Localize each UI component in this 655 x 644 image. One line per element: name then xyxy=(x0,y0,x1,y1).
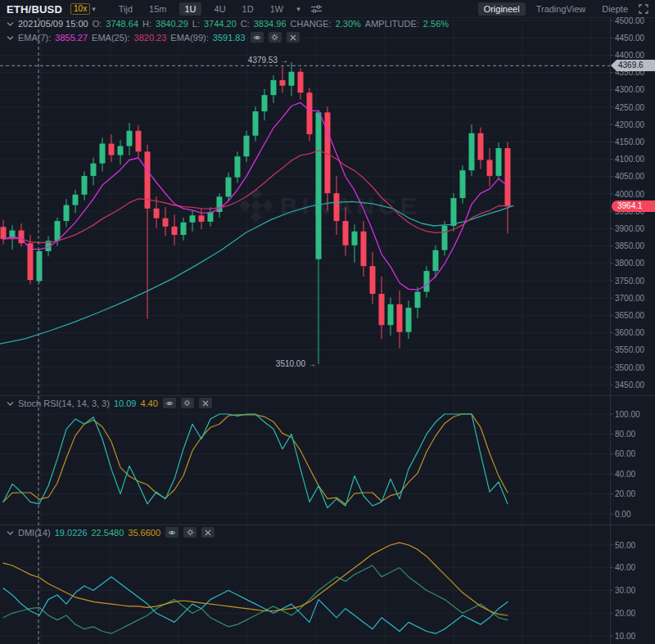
svg-text:20.00: 20.00 xyxy=(615,489,635,498)
dmi-plus-value: 19.0226 xyxy=(55,528,88,538)
crosshair-price-tag: 4369.6 xyxy=(611,60,655,71)
fullscreen-icon[interactable] xyxy=(639,4,648,14)
stoch-visibility-eye-icon[interactable] xyxy=(163,398,176,408)
change-label: CHANGE: xyxy=(291,19,332,29)
svg-text:80.00: 80.00 xyxy=(615,430,635,439)
svg-text:0.00: 0.00 xyxy=(615,510,631,519)
high-value: 3840.29 xyxy=(156,19,188,29)
svg-text:3700.00: 3700.00 xyxy=(615,294,645,303)
svg-text:10.00: 10.00 xyxy=(615,632,635,641)
ema-settings-gear-icon[interactable] xyxy=(269,32,282,43)
svg-text:3600.00: 3600.00 xyxy=(615,328,645,337)
low-price-annotation: 3510.00 → xyxy=(231,359,316,368)
ema25-label: EMA(25): xyxy=(92,33,129,43)
svg-text:4200.00: 4200.00 xyxy=(615,120,645,129)
svg-text:100.00: 100.00 xyxy=(615,410,640,419)
collapse-chevron-icon[interactable] xyxy=(7,33,14,43)
close-value: 3834.96 xyxy=(254,19,287,29)
ohlc-legend: 2021/05/09 15:00 O: 3748.64 H: 3840.29 L… xyxy=(7,19,449,29)
high-price-annotation: 4379.53 → xyxy=(203,56,288,65)
svg-text:20.00: 20.00 xyxy=(615,609,635,618)
svg-text:30.00: 30.00 xyxy=(615,586,635,595)
collapse-chevron-icon[interactable] xyxy=(7,528,14,538)
dmi-label: DMI(14) xyxy=(18,528,51,538)
tab-interval-15m[interactable]: 15m xyxy=(146,2,169,16)
stoch-remove-close-icon[interactable] xyxy=(199,398,212,408)
view-mode-tradingview[interactable]: TradingView xyxy=(531,2,592,16)
tab-interval-4u[interactable]: 4U xyxy=(211,2,229,16)
open-label: O: xyxy=(93,19,102,29)
collapse-chevron-icon[interactable] xyxy=(7,399,14,408)
svg-text:3450.00: 3450.00 xyxy=(615,381,645,390)
svg-text:4000.00: 4000.00 xyxy=(615,190,645,199)
chart-header: ETH/BUSD 10x ▾ Tijd 15m 1U 4U 1D 1W ▾ xyxy=(0,0,655,18)
chart-settings-sliders-icon[interactable] xyxy=(310,4,323,14)
chevron-down-icon: ▾ xyxy=(92,5,96,13)
tab-interval-tijd[interactable]: Tijd xyxy=(115,2,136,16)
ema-visibility-eye-icon[interactable] xyxy=(251,32,264,43)
view-mode-diepte[interactable]: Diepte xyxy=(596,2,634,16)
trading-chart-app: { "header": { "symbol": "ETH/BUSD", "lev… xyxy=(0,0,655,644)
svg-text:3750.00: 3750.00 xyxy=(615,277,645,286)
svg-text:50.00: 50.00 xyxy=(615,541,635,550)
stoch-d-value: 4.40 xyxy=(140,399,157,408)
ema-legend: EMA(7): 3855.27 EMA(25): 3820.23 EMA(99)… xyxy=(7,32,300,43)
symbol-title: ETH/BUSD xyxy=(7,3,62,16)
stoch-k-value: 10.09 xyxy=(114,399,137,408)
dmi-minus-value: 22.5480 xyxy=(92,528,124,538)
chart-canvas[interactable]: BINANCE4500.004450.004400.004350.004300.… xyxy=(0,0,655,644)
ema7-value: 3855.27 xyxy=(55,33,88,43)
change-value: 2.30% xyxy=(336,19,361,29)
leverage-badge[interactable]: 10x xyxy=(70,3,90,15)
arrow-right-icon: → xyxy=(308,359,316,368)
dmi-visibility-eye-icon[interactable] xyxy=(165,527,178,538)
svg-text:40.00: 40.00 xyxy=(615,563,635,572)
svg-text:3900.00: 3900.00 xyxy=(615,224,645,233)
more-intervals-chevron-icon[interactable]: ▾ xyxy=(296,5,300,13)
close-label: C: xyxy=(241,19,250,29)
ema25-value: 3820.23 xyxy=(134,33,167,43)
svg-text:4400.00: 4400.00 xyxy=(615,51,645,60)
svg-text:3550.00: 3550.00 xyxy=(615,345,645,354)
ema-remove-close-icon[interactable] xyxy=(287,32,300,43)
svg-text:3800.00: 3800.00 xyxy=(615,259,645,268)
leverage-selector[interactable]: 10x ▾ xyxy=(70,3,96,15)
amplitude-label: AMPLITUDE: xyxy=(365,19,419,29)
dmi-legend: DMI(14) 19.0226 22.5480 35.6600 xyxy=(7,527,215,538)
tab-interval-1u[interactable]: 1U xyxy=(179,2,201,16)
stoch-rsi-legend: Stoch RSI(14, 14, 3, 3) 10.09 4.40 xyxy=(7,398,212,408)
low-price-value: 3510.00 xyxy=(276,359,305,368)
ema99-label: EMA(99): xyxy=(170,33,208,43)
svg-text:3850.00: 3850.00 xyxy=(615,241,645,250)
low-label: L: xyxy=(192,19,200,29)
ema99-value: 3591.83 xyxy=(213,33,246,43)
svg-text:4150.00: 4150.00 xyxy=(615,137,645,146)
last-price-tag: 3964.1 xyxy=(612,200,655,212)
amplitude-value: 2.56% xyxy=(423,19,449,29)
high-price-value: 4379.53 xyxy=(248,56,278,65)
dmi-settings-gear-icon[interactable] xyxy=(183,527,196,538)
stoch-rsi-label: Stoch RSI(14, 14, 3, 3) xyxy=(18,399,110,408)
arrow-right-icon: → xyxy=(280,56,288,65)
svg-text:4450.00: 4450.00 xyxy=(615,34,645,43)
dmi-remove-close-icon[interactable] xyxy=(201,527,215,538)
svg-text:4100.00: 4100.00 xyxy=(615,155,645,164)
tab-interval-1w[interactable]: 1W xyxy=(267,2,287,16)
high-label: H: xyxy=(142,19,151,29)
dmi-adx-value: 35.6600 xyxy=(128,528,160,538)
open-value: 3748.64 xyxy=(106,19,138,29)
interval-tabs: Tijd 15m 1U 4U 1D 1W ▾ xyxy=(115,2,323,16)
view-mode-origineel[interactable]: Origineel xyxy=(478,2,526,16)
low-value: 3744.20 xyxy=(204,19,237,29)
svg-text:3500.00: 3500.00 xyxy=(615,363,645,372)
tab-interval-1d[interactable]: 1D xyxy=(239,2,257,16)
collapse-chevron-icon[interactable] xyxy=(7,19,14,29)
svg-text:4300.00: 4300.00 xyxy=(615,85,645,94)
stoch-settings-gear-icon[interactable] xyxy=(181,398,194,408)
svg-text:4050.00: 4050.00 xyxy=(615,172,645,181)
candle-timestamp: 2021/05/09 15:00 xyxy=(18,19,88,29)
svg-text:40.00: 40.00 xyxy=(615,470,635,479)
ema7-label: EMA(7): xyxy=(18,33,51,43)
svg-text:3650.00: 3650.00 xyxy=(615,311,645,320)
svg-text:60.00: 60.00 xyxy=(615,449,635,458)
